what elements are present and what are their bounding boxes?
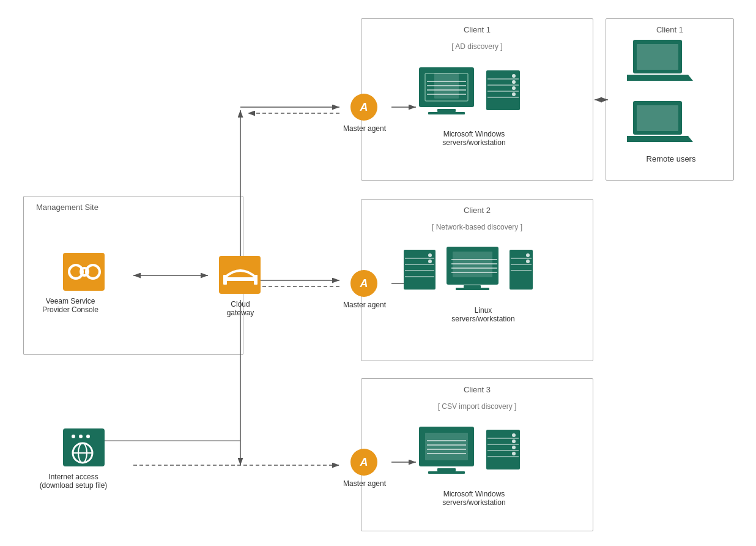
svg-rect-36 (428, 112, 465, 114)
svg-rect-73 (437, 468, 456, 471)
client2-discovery: [ Network-based discovery ] (361, 223, 593, 231)
svg-point-26 (72, 435, 75, 438)
svg-point-85 (512, 439, 516, 443)
client3-discovery: [ CSV import discovery ] (361, 402, 593, 411)
remote-users-icon (627, 37, 706, 155)
client1-servers-label: Microsoft Windowsservers/workstation (425, 130, 523, 147)
svg-rect-23 (223, 275, 227, 285)
svg-point-84 (512, 433, 516, 437)
master-agent3-icon: A (350, 449, 377, 476)
svg-point-55 (428, 253, 432, 257)
vspc-label: Veeam ServiceProvider Console (34, 297, 107, 314)
svg-point-28 (86, 435, 90, 438)
svg-rect-74 (428, 471, 465, 474)
svg-rect-64 (456, 288, 489, 290)
client3-servers-icon (416, 424, 526, 487)
svg-point-56 (428, 260, 432, 263)
client1-label: Client 1 (361, 25, 593, 34)
svg-point-47 (512, 80, 516, 84)
svg-point-86 (512, 446, 516, 449)
client1-discovery: [ AD discovery ] (361, 42, 593, 51)
svg-point-48 (512, 86, 516, 90)
gateway-icon (216, 253, 265, 297)
client3-label: Client 3 (361, 385, 593, 394)
svg-marker-90 (627, 75, 693, 81)
master-agent2-icon: A (350, 270, 377, 297)
master-agent1-icon: A (350, 94, 377, 121)
diagram-container: Management Site Client 1 [ AD discovery … (0, 0, 756, 546)
client3-servers-label: Microsoft Windowsservers/workstation (425, 490, 523, 507)
svg-point-27 (79, 435, 83, 438)
svg-point-70 (526, 260, 530, 263)
client2-servers-icon (401, 244, 535, 307)
internet-icon (60, 425, 109, 469)
master-agent3-label: Master agent (340, 479, 389, 488)
client1-servers-icon (416, 64, 526, 127)
svg-rect-25 (63, 428, 105, 466)
management-site-box: Management Site (23, 196, 243, 355)
remote-users-client-label: Client 1 (606, 25, 733, 34)
client2-label: Client 2 (361, 206, 593, 215)
master-agent2-label: Master agent (340, 301, 389, 309)
master-agent1-label: Master agent (340, 124, 389, 133)
svg-point-46 (512, 74, 516, 78)
svg-rect-24 (254, 275, 258, 285)
svg-rect-92 (637, 105, 678, 131)
remote-users-label: Remote users (631, 154, 711, 163)
vspc-icon (60, 250, 109, 294)
gateway-label: Cloudgateway (210, 300, 271, 317)
svg-point-87 (512, 452, 516, 455)
svg-rect-22 (225, 277, 256, 281)
svg-marker-93 (627, 136, 693, 142)
svg-point-49 (512, 92, 516, 96)
client2-servers-label: Linuxservers/workstation (440, 306, 526, 323)
management-site-label: Management Site (36, 203, 98, 212)
svg-rect-35 (437, 109, 456, 112)
svg-rect-72 (425, 433, 468, 460)
svg-point-69 (526, 253, 530, 257)
svg-rect-89 (637, 44, 678, 70)
internet-label: Internet access(download setup file) (34, 473, 113, 490)
